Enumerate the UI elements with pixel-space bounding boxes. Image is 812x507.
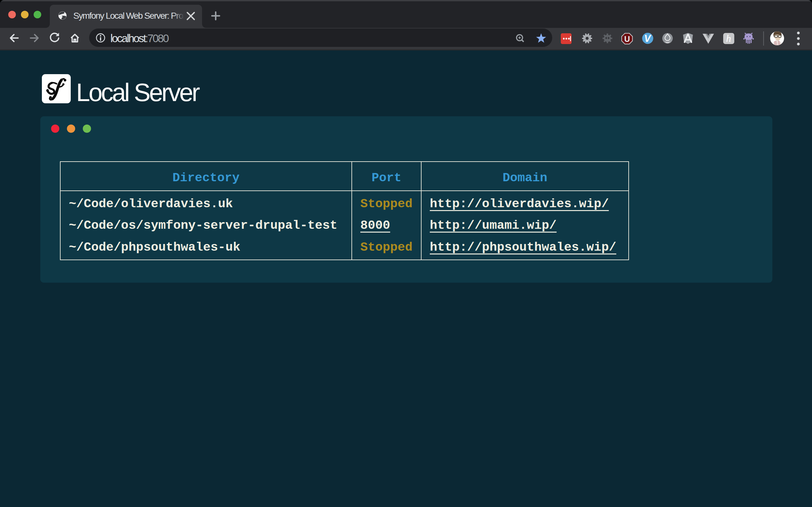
svg-text:U: U <box>624 35 630 43</box>
svg-text:V: V <box>644 33 652 44</box>
svg-text:h: h <box>726 33 731 44</box>
